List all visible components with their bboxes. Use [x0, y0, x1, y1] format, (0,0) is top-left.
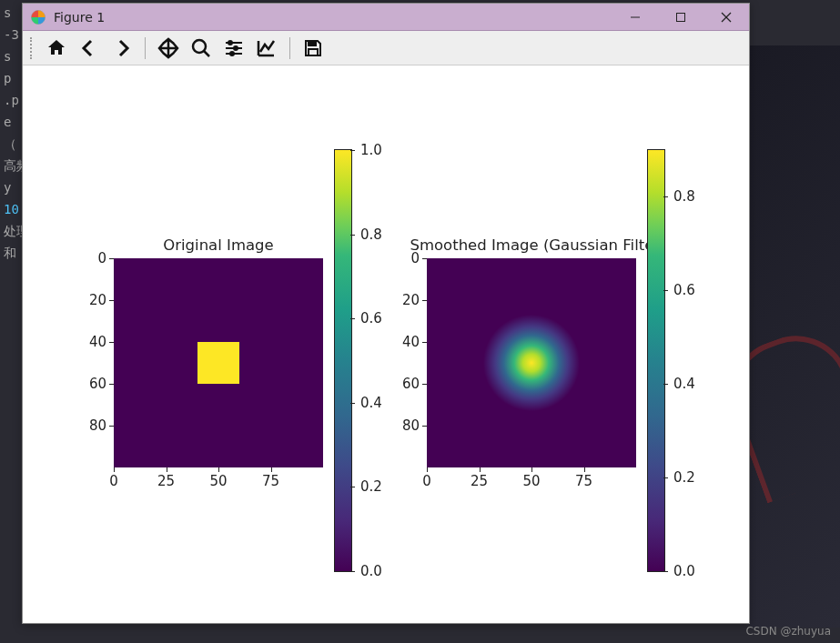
cbtick: 0.8 [351, 226, 382, 243]
svg-point-12 [230, 52, 234, 55]
minimize-button[interactable] [620, 6, 651, 28]
xtick: 25 [157, 467, 175, 489]
app-icon [30, 9, 46, 25]
back-button[interactable] [76, 35, 103, 62]
cbtick: 0.0 [664, 563, 695, 579]
cbtick: 0.4 [351, 395, 382, 411]
titlebar[interactable]: Figure 1 [23, 4, 749, 31]
figure-canvas[interactable]: Original Image 0 20 40 60 80 0 25 50 75 … [23, 67, 749, 622]
toolbar-separator [145, 37, 146, 59]
plot-title-left: Original Image [114, 236, 323, 254]
ytick: 80 [89, 417, 114, 434]
colorbar-right: 0.0 0.2 0.4 0.6 0.8 [647, 149, 665, 572]
svg-point-11 [234, 46, 238, 50]
toolbar-separator [289, 37, 290, 59]
window-title: Figure 1 [54, 10, 620, 25]
axes-smoothed: Smoothed Image (Gaussian Filter) 0 20 40… [427, 258, 636, 467]
cbtick: 0.0 [351, 563, 382, 579]
ytick: 20 [402, 292, 427, 308]
xtick: 75 [262, 467, 279, 489]
subplots-button[interactable] [220, 35, 248, 62]
cbtick: 0.8 [664, 188, 695, 205]
cbtick: 1.0 [351, 142, 382, 158]
matplotlib-toolbar [23, 31, 749, 65]
background-art [750, 45, 840, 628]
ytick: 0 [410, 250, 427, 266]
forward-button[interactable] [108, 35, 136, 62]
xtick: 0 [422, 467, 431, 489]
axis-edit-button[interactable] [253, 35, 280, 62]
xtick: 25 [471, 467, 488, 489]
svg-point-10 [228, 41, 232, 45]
axes-original: Original Image 0 20 40 60 80 0 25 50 75 [114, 258, 323, 467]
svg-line-6 [204, 51, 209, 56]
toolbar-grip [30, 37, 34, 59]
close-button[interactable] [711, 6, 742, 28]
ytick: 60 [402, 376, 427, 392]
svg-rect-14 [309, 49, 318, 55]
cbtick: 0.4 [664, 376, 695, 392]
svg-point-5 [193, 40, 206, 53]
cbtick: 0.6 [351, 310, 382, 327]
ytick: 80 [402, 417, 427, 434]
ytick: 60 [89, 376, 114, 392]
cbtick: 0.2 [351, 478, 382, 495]
ytick: 40 [89, 334, 114, 350]
figure-window: Figure 1 [22, 3, 750, 624]
cbtick: 0.2 [664, 469, 695, 486]
colorbar-left: 0.0 0.2 0.4 0.6 0.8 1.0 [334, 149, 352, 572]
watermark: CSDN @zhuyua [745, 625, 831, 638]
svg-rect-13 [309, 41, 316, 45]
plot-title-right: Smoothed Image (Gaussian Filter) [392, 236, 683, 254]
maximize-button[interactable] [665, 6, 696, 28]
xtick: 0 [109, 467, 118, 489]
cbtick: 0.6 [664, 282, 695, 298]
ytick: 0 [97, 250, 114, 266]
zoom-button[interactable] [187, 35, 215, 62]
heatmap-gaussian [471, 302, 592, 424]
xtick: 50 [209, 467, 227, 489]
pan-button[interactable] [155, 35, 182, 62]
xtick: 50 [522, 467, 540, 489]
ytick: 40 [402, 334, 427, 350]
heatmap-square [197, 342, 239, 384]
xtick: 75 [575, 467, 592, 489]
save-button[interactable] [299, 35, 327, 62]
home-button[interactable] [43, 35, 70, 62]
ytick: 20 [89, 292, 114, 308]
svg-rect-2 [677, 13, 685, 21]
